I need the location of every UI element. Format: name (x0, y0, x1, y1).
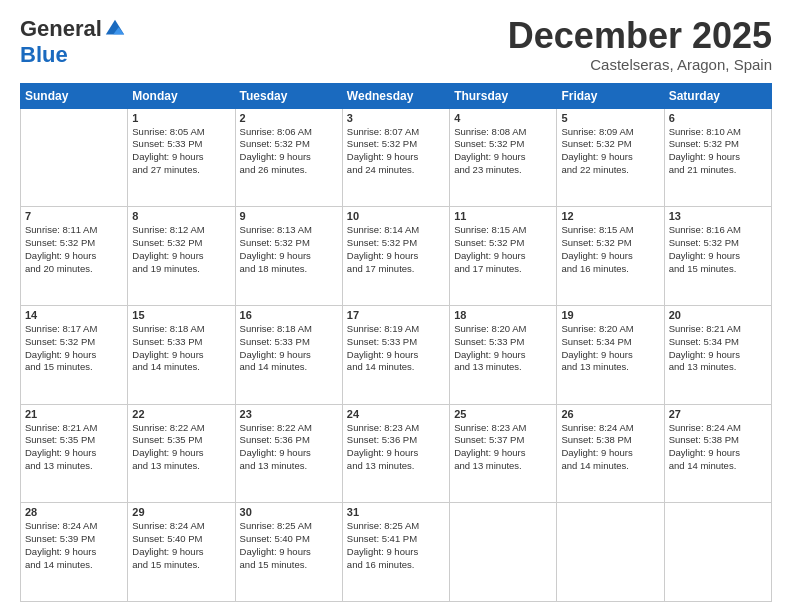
day-info: Sunrise: 8:25 AM Sunset: 5:41 PM Dayligh… (347, 520, 445, 571)
calendar-header-row: SundayMondayTuesdayWednesdayThursdayFrid… (21, 83, 772, 108)
day-number: 26 (561, 408, 659, 420)
day-info: Sunrise: 8:07 AM Sunset: 5:32 PM Dayligh… (347, 126, 445, 177)
day-number: 24 (347, 408, 445, 420)
day-info: Sunrise: 8:23 AM Sunset: 5:37 PM Dayligh… (454, 422, 552, 473)
day-info: Sunrise: 8:15 AM Sunset: 5:32 PM Dayligh… (454, 224, 552, 275)
day-info: Sunrise: 8:24 AM Sunset: 5:40 PM Dayligh… (132, 520, 230, 571)
month-title: December 2025 (508, 16, 772, 56)
day-number: 28 (25, 506, 123, 518)
day-info: Sunrise: 8:20 AM Sunset: 5:34 PM Dayligh… (561, 323, 659, 374)
day-info: Sunrise: 8:10 AM Sunset: 5:32 PM Dayligh… (669, 126, 767, 177)
calendar-table: SundayMondayTuesdayWednesdayThursdayFrid… (20, 83, 772, 602)
day-number: 4 (454, 112, 552, 124)
day-number: 23 (240, 408, 338, 420)
day-number: 29 (132, 506, 230, 518)
calendar-day-cell (664, 503, 771, 602)
calendar-day-cell (21, 108, 128, 207)
calendar-day-cell: 24Sunrise: 8:23 AM Sunset: 5:36 PM Dayli… (342, 404, 449, 503)
calendar-day-cell: 6Sunrise: 8:10 AM Sunset: 5:32 PM Daylig… (664, 108, 771, 207)
day-number: 7 (25, 210, 123, 222)
calendar-day-cell: 14Sunrise: 8:17 AM Sunset: 5:32 PM Dayli… (21, 305, 128, 404)
day-number: 5 (561, 112, 659, 124)
day-info: Sunrise: 8:06 AM Sunset: 5:32 PM Dayligh… (240, 126, 338, 177)
day-info: Sunrise: 8:18 AM Sunset: 5:33 PM Dayligh… (240, 323, 338, 374)
day-number: 6 (669, 112, 767, 124)
calendar-day-cell: 28Sunrise: 8:24 AM Sunset: 5:39 PM Dayli… (21, 503, 128, 602)
day-info: Sunrise: 8:20 AM Sunset: 5:33 PM Dayligh… (454, 323, 552, 374)
day-info: Sunrise: 8:05 AM Sunset: 5:33 PM Dayligh… (132, 126, 230, 177)
day-number: 13 (669, 210, 767, 222)
calendar-day-cell: 12Sunrise: 8:15 AM Sunset: 5:32 PM Dayli… (557, 207, 664, 306)
calendar-day-cell: 27Sunrise: 8:24 AM Sunset: 5:38 PM Dayli… (664, 404, 771, 503)
day-info: Sunrise: 8:23 AM Sunset: 5:36 PM Dayligh… (347, 422, 445, 473)
calendar-day-cell (557, 503, 664, 602)
calendar-day-cell: 5Sunrise: 8:09 AM Sunset: 5:32 PM Daylig… (557, 108, 664, 207)
calendar-day-cell: 9Sunrise: 8:13 AM Sunset: 5:32 PM Daylig… (235, 207, 342, 306)
calendar-day-cell: 20Sunrise: 8:21 AM Sunset: 5:34 PM Dayli… (664, 305, 771, 404)
calendar-day-cell: 1Sunrise: 8:05 AM Sunset: 5:33 PM Daylig… (128, 108, 235, 207)
day-number: 27 (669, 408, 767, 420)
day-number: 22 (132, 408, 230, 420)
logo-blue-text: Blue (20, 42, 68, 68)
day-header-monday: Monday (128, 83, 235, 108)
day-number: 17 (347, 309, 445, 321)
calendar-day-cell (450, 503, 557, 602)
day-info: Sunrise: 8:22 AM Sunset: 5:36 PM Dayligh… (240, 422, 338, 473)
location: Castelseras, Aragon, Spain (508, 56, 772, 73)
calendar-day-cell: 17Sunrise: 8:19 AM Sunset: 5:33 PM Dayli… (342, 305, 449, 404)
calendar-day-cell: 13Sunrise: 8:16 AM Sunset: 5:32 PM Dayli… (664, 207, 771, 306)
calendar-day-cell: 29Sunrise: 8:24 AM Sunset: 5:40 PM Dayli… (128, 503, 235, 602)
day-number: 30 (240, 506, 338, 518)
page: General Blue December 2025 Castelseras, … (0, 0, 792, 612)
day-number: 20 (669, 309, 767, 321)
calendar-day-cell: 21Sunrise: 8:21 AM Sunset: 5:35 PM Dayli… (21, 404, 128, 503)
day-header-tuesday: Tuesday (235, 83, 342, 108)
calendar-week-row: 28Sunrise: 8:24 AM Sunset: 5:39 PM Dayli… (21, 503, 772, 602)
day-info: Sunrise: 8:24 AM Sunset: 5:38 PM Dayligh… (669, 422, 767, 473)
calendar-day-cell: 10Sunrise: 8:14 AM Sunset: 5:32 PM Dayli… (342, 207, 449, 306)
calendar-week-row: 21Sunrise: 8:21 AM Sunset: 5:35 PM Dayli… (21, 404, 772, 503)
calendar-week-row: 1Sunrise: 8:05 AM Sunset: 5:33 PM Daylig… (21, 108, 772, 207)
day-number: 16 (240, 309, 338, 321)
calendar-week-row: 14Sunrise: 8:17 AM Sunset: 5:32 PM Dayli… (21, 305, 772, 404)
calendar-day-cell: 23Sunrise: 8:22 AM Sunset: 5:36 PM Dayli… (235, 404, 342, 503)
day-header-friday: Friday (557, 83, 664, 108)
day-info: Sunrise: 8:19 AM Sunset: 5:33 PM Dayligh… (347, 323, 445, 374)
day-number: 31 (347, 506, 445, 518)
day-info: Sunrise: 8:12 AM Sunset: 5:32 PM Dayligh… (132, 224, 230, 275)
calendar-day-cell: 3Sunrise: 8:07 AM Sunset: 5:32 PM Daylig… (342, 108, 449, 207)
day-number: 8 (132, 210, 230, 222)
calendar-day-cell: 11Sunrise: 8:15 AM Sunset: 5:32 PM Dayli… (450, 207, 557, 306)
calendar-day-cell: 26Sunrise: 8:24 AM Sunset: 5:38 PM Dayli… (557, 404, 664, 503)
calendar-day-cell: 25Sunrise: 8:23 AM Sunset: 5:37 PM Dayli… (450, 404, 557, 503)
day-info: Sunrise: 8:15 AM Sunset: 5:32 PM Dayligh… (561, 224, 659, 275)
calendar-day-cell: 30Sunrise: 8:25 AM Sunset: 5:40 PM Dayli… (235, 503, 342, 602)
day-header-thursday: Thursday (450, 83, 557, 108)
day-number: 21 (25, 408, 123, 420)
day-number: 14 (25, 309, 123, 321)
day-number: 25 (454, 408, 552, 420)
day-info: Sunrise: 8:22 AM Sunset: 5:35 PM Dayligh… (132, 422, 230, 473)
calendar-day-cell: 4Sunrise: 8:08 AM Sunset: 5:32 PM Daylig… (450, 108, 557, 207)
title-block: December 2025 Castelseras, Aragon, Spain (508, 16, 772, 73)
calendar-day-cell: 18Sunrise: 8:20 AM Sunset: 5:33 PM Dayli… (450, 305, 557, 404)
logo-general-text: General (20, 16, 102, 42)
day-info: Sunrise: 8:14 AM Sunset: 5:32 PM Dayligh… (347, 224, 445, 275)
calendar-day-cell: 2Sunrise: 8:06 AM Sunset: 5:32 PM Daylig… (235, 108, 342, 207)
day-info: Sunrise: 8:16 AM Sunset: 5:32 PM Dayligh… (669, 224, 767, 275)
calendar-week-row: 7Sunrise: 8:11 AM Sunset: 5:32 PM Daylig… (21, 207, 772, 306)
day-number: 2 (240, 112, 338, 124)
calendar-day-cell: 15Sunrise: 8:18 AM Sunset: 5:33 PM Dayli… (128, 305, 235, 404)
day-info: Sunrise: 8:24 AM Sunset: 5:39 PM Dayligh… (25, 520, 123, 571)
day-info: Sunrise: 8:11 AM Sunset: 5:32 PM Dayligh… (25, 224, 123, 275)
day-header-wednesday: Wednesday (342, 83, 449, 108)
day-number: 10 (347, 210, 445, 222)
logo-icon (104, 18, 126, 40)
day-info: Sunrise: 8:09 AM Sunset: 5:32 PM Dayligh… (561, 126, 659, 177)
day-number: 19 (561, 309, 659, 321)
day-number: 15 (132, 309, 230, 321)
day-header-saturday: Saturday (664, 83, 771, 108)
day-header-sunday: Sunday (21, 83, 128, 108)
day-number: 18 (454, 309, 552, 321)
day-info: Sunrise: 8:25 AM Sunset: 5:40 PM Dayligh… (240, 520, 338, 571)
